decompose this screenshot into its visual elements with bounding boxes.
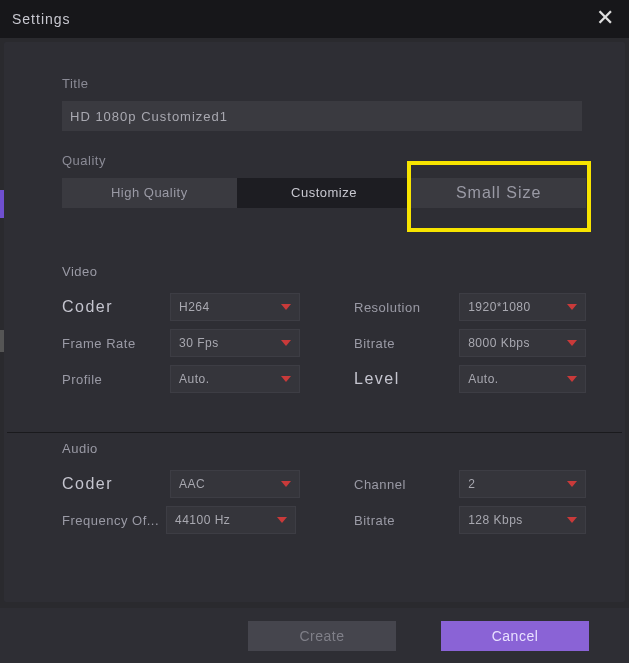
profile-label: Profile xyxy=(62,372,170,387)
video-bitrate-select[interactable]: 8000 Kbps xyxy=(459,329,586,357)
channel-value: 2 xyxy=(468,477,475,491)
caret-down-icon xyxy=(281,304,291,310)
footer-bar: Create Cancel xyxy=(0,608,629,663)
profile-select[interactable]: Auto. xyxy=(170,365,300,393)
video-coder-select[interactable]: H264 xyxy=(170,293,300,321)
quality-customize-button[interactable]: Customize xyxy=(237,178,412,208)
caret-down-icon xyxy=(567,376,577,382)
resolution-select[interactable]: 1920*1080 xyxy=(459,293,586,321)
caret-down-icon xyxy=(281,376,291,382)
caret-down-icon xyxy=(567,481,577,487)
level-value: Auto. xyxy=(468,372,499,386)
audio-bitrate-value: 128 Kbps xyxy=(468,513,523,527)
video-bitrate-label: Bitrate xyxy=(354,336,459,351)
audio-coder-label: Coder xyxy=(62,475,170,493)
level-select[interactable]: Auto. xyxy=(459,365,586,393)
frequency-value: 44100 Hz xyxy=(175,513,230,527)
settings-content: Title Quality High Quality Customize Sma… xyxy=(4,42,625,602)
divider xyxy=(7,432,622,433)
audio-bitrate-select[interactable]: 128 Kbps xyxy=(459,506,586,534)
frequency-label: Frequency Of... xyxy=(62,513,170,528)
profile-value: Auto. xyxy=(179,372,210,386)
settings-window: Settings ✕ Title Quality High Quality Cu… xyxy=(0,0,629,663)
audio-coder-select[interactable]: AAC xyxy=(170,470,300,498)
resolution-value: 1920*1080 xyxy=(468,300,531,314)
video-coder-value: H264 xyxy=(179,300,210,314)
caret-down-icon xyxy=(277,517,287,523)
resolution-label: Resolution xyxy=(354,300,459,315)
caret-down-icon xyxy=(281,481,291,487)
audio-bitrate-label: Bitrate xyxy=(354,513,459,528)
caret-down-icon xyxy=(567,517,577,523)
framerate-label: Frame Rate xyxy=(62,336,170,351)
quality-high-button[interactable]: High Quality xyxy=(62,178,237,208)
channel-select[interactable]: 2 xyxy=(459,470,586,498)
level-label: Level xyxy=(354,370,459,388)
caret-down-icon xyxy=(567,340,577,346)
close-icon[interactable]: ✕ xyxy=(593,7,617,31)
quality-small-button[interactable]: Small Size xyxy=(411,178,586,208)
video-bitrate-value: 8000 Kbps xyxy=(468,336,530,350)
caret-down-icon xyxy=(567,304,577,310)
audio-heading: Audio xyxy=(62,441,625,456)
window-title: Settings xyxy=(12,11,71,27)
channel-label: Channel xyxy=(354,477,459,492)
frequency-select[interactable]: 44100 Hz xyxy=(166,506,296,534)
framerate-select[interactable]: 30 Fps xyxy=(170,329,300,357)
quality-segmented: High Quality Customize Small Size xyxy=(62,178,586,208)
title-label: Title xyxy=(62,76,625,91)
video-heading: Video xyxy=(62,264,625,279)
quality-label: Quality xyxy=(62,153,625,168)
window-header: Settings ✕ xyxy=(0,0,629,38)
title-input[interactable] xyxy=(62,101,582,131)
video-coder-label: Coder xyxy=(62,298,170,316)
create-button[interactable]: Create xyxy=(248,621,396,651)
framerate-value: 30 Fps xyxy=(179,336,219,350)
caret-down-icon xyxy=(281,340,291,346)
audio-coder-value: AAC xyxy=(179,477,205,491)
cancel-button[interactable]: Cancel xyxy=(441,621,589,651)
